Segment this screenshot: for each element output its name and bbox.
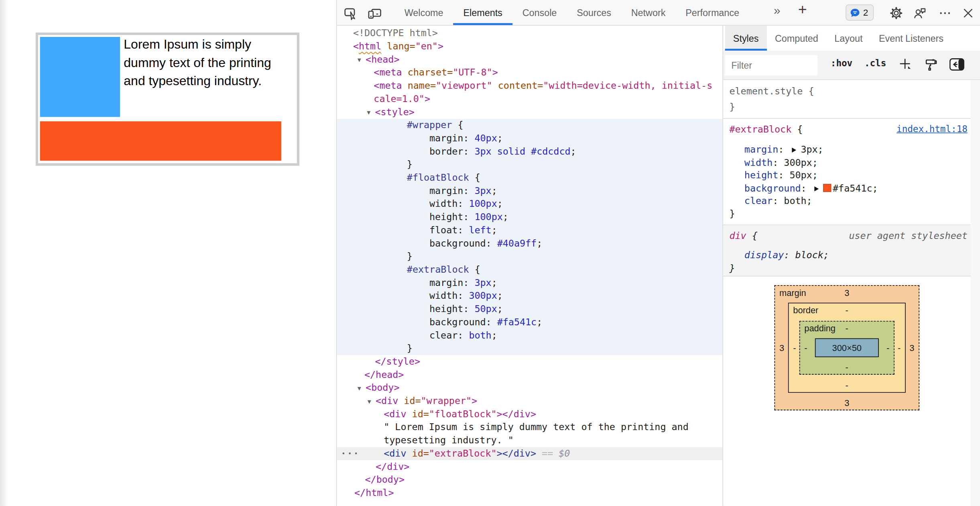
rendering-brush-icon[interactable] bbox=[924, 57, 938, 71]
css-property-row[interactable]: margin: 3px; bbox=[729, 143, 971, 156]
code-line[interactable]: typesetting industry. " bbox=[337, 434, 722, 447]
node-menu-dots-icon[interactable]: ··· bbox=[341, 447, 360, 461]
code-token: <style> bbox=[375, 106, 414, 118]
user-agent-rule-section[interactable]: user agent stylesheet div { display: blo… bbox=[723, 225, 971, 277]
code-line[interactable]: " Lorem Ipsum is simply dummy text of th… bbox=[337, 421, 722, 434]
code-token: ; bbox=[497, 133, 503, 144]
code-line[interactable]: height: 100px; bbox=[337, 211, 722, 224]
code-line[interactable]: ▼<head> bbox=[337, 53, 722, 66]
new-style-rule-icon[interactable] bbox=[897, 56, 913, 72]
expand-arrow-icon[interactable]: ▼ bbox=[368, 395, 376, 408]
code-line[interactable]: background: #40a9ff; bbox=[337, 237, 722, 250]
send-feedback-person-icon[interactable] bbox=[912, 5, 928, 21]
tab-network[interactable]: Network bbox=[621, 0, 676, 25]
tab-welcome[interactable]: Welcome bbox=[394, 0, 453, 25]
box-model-content[interactable]: 300×50 bbox=[815, 339, 879, 357]
code-line[interactable]: ▼<style> bbox=[337, 106, 722, 119]
code-line[interactable]: <div id="floatBlock"></div> bbox=[337, 408, 722, 421]
more-tabs-icon[interactable]: » bbox=[774, 4, 780, 17]
tab-performance[interactable]: Performance bbox=[675, 0, 749, 25]
code-line[interactable]: </style> bbox=[337, 355, 722, 369]
code-line[interactable]: </body> bbox=[337, 473, 722, 487]
device-toolbar-icon[interactable] bbox=[366, 5, 382, 21]
page-extra-block bbox=[40, 121, 281, 161]
box-model-margin[interactable]: margin 3 3 3 3 border - - - - padding bbox=[775, 285, 919, 410]
styles-sidebar: Styles Computed Layout Event Listeners :… bbox=[722, 26, 980, 506]
code-line[interactable]: } bbox=[337, 250, 722, 263]
code-line[interactable]: } bbox=[337, 158, 722, 171]
page-lorem-text: Lorem Ipsum is simply dummy text of the … bbox=[124, 35, 290, 89]
code-line[interactable]: margin: 3px; bbox=[337, 184, 722, 198]
expand-arrow-icon[interactable]: ▼ bbox=[358, 382, 366, 395]
stylesheet-link[interactable]: index.html:18 bbox=[897, 124, 968, 134]
code-line[interactable]: background: #fa541c; bbox=[337, 316, 722, 329]
feedback-badge[interactable]: 2 bbox=[846, 4, 874, 20]
close-devtools-icon[interactable] bbox=[960, 5, 976, 21]
code-token: typesetting industry. " bbox=[384, 435, 514, 446]
tab-sources[interactable]: Sources bbox=[567, 0, 621, 25]
code-line[interactable]: float: left; bbox=[337, 224, 722, 237]
element-class-toggle[interactable]: .cls bbox=[864, 58, 886, 68]
tab-elements[interactable]: Elements bbox=[453, 0, 512, 25]
code-line[interactable]: ···<div id="extraBlock"></div> == $0 bbox=[337, 447, 722, 461]
code-token: { bbox=[469, 264, 480, 275]
css-property-row[interactable]: height: 50px; bbox=[729, 169, 971, 182]
code-line[interactable]: width: 300px; bbox=[337, 290, 722, 303]
code-line[interactable]: } bbox=[337, 342, 722, 355]
color-swatch[interactable] bbox=[823, 184, 832, 192]
code-line[interactable]: #floatBlock { bbox=[337, 171, 722, 185]
css-property-row[interactable]: clear: both; bbox=[729, 194, 971, 207]
css-property-row[interactable]: width: 300px; bbox=[729, 156, 971, 169]
expand-longhand-icon[interactable] bbox=[792, 148, 797, 153]
code-token: > bbox=[472, 395, 477, 406]
inspect-element-icon[interactable] bbox=[342, 5, 358, 21]
settings-gear-icon[interactable] bbox=[888, 5, 904, 21]
elements-dom-tree[interactable]: <!DOCTYPE html><html lang="en">▼<head><m… bbox=[337, 26, 722, 506]
code-line[interactable]: height: 50px; bbox=[337, 303, 722, 316]
more-options-icon[interactable] bbox=[937, 5, 953, 21]
code-line[interactable]: ▼<div id="wrapper"> bbox=[337, 395, 722, 408]
code-line[interactable]: #extraBlock { bbox=[337, 263, 722, 277]
code-line[interactable]: cale=1.0"> bbox=[337, 92, 722, 106]
code-line[interactable]: <!DOCTYPE html> bbox=[337, 27, 722, 40]
expand-arrow-icon[interactable]: ▼ bbox=[358, 53, 366, 66]
box-model-padding[interactable]: padding - - - - 300×50 bbox=[799, 321, 895, 375]
code-line[interactable]: </head> bbox=[337, 368, 722, 382]
code-line[interactable]: margin: 40px; bbox=[337, 132, 722, 145]
code-line[interactable]: margin: 3px; bbox=[337, 276, 722, 290]
code-line[interactable]: <meta name="viewport" content="width=dev… bbox=[337, 80, 722, 93]
code-token: 3px bbox=[474, 277, 491, 288]
tab-layout[interactable]: Layout bbox=[826, 26, 871, 51]
styles-filter-input[interactable] bbox=[725, 55, 817, 75]
rule-selector: div bbox=[729, 230, 746, 241]
tab-event-listeners[interactable]: Event Listeners bbox=[871, 26, 952, 51]
expand-arrow-icon[interactable]: ▼ bbox=[367, 106, 375, 119]
code-token: ; bbox=[497, 303, 503, 314]
code-token: <div bbox=[384, 448, 406, 459]
code-line[interactable]: clear: both; bbox=[337, 329, 722, 342]
css-property-row[interactable]: display: block; bbox=[729, 249, 971, 262]
styles-scrollbar-track[interactable] bbox=[971, 80, 980, 506]
code-line[interactable]: width: 100px; bbox=[337, 198, 722, 211]
code-line[interactable]: <html lang="en"> bbox=[337, 40, 722, 53]
toggle-sidebar-icon[interactable] bbox=[950, 58, 964, 71]
css-property-row[interactable]: background: #fa541c; bbox=[729, 182, 971, 194]
code-line[interactable]: border: 3px solid #cdcdcd; bbox=[337, 145, 722, 158]
code-line[interactable]: </html> bbox=[337, 487, 722, 500]
code-line[interactable]: </div> bbox=[337, 460, 722, 473]
code-line[interactable]: <meta charset="UTF-8"> bbox=[337, 66, 722, 80]
box-model-diagram[interactable]: margin 3 3 3 3 border - - - - padding bbox=[775, 285, 919, 410]
pseudo-state-toggle[interactable]: :hov bbox=[831, 58, 852, 68]
code-line[interactable]: ▼<body> bbox=[337, 382, 722, 395]
tab-console[interactable]: Console bbox=[512, 0, 567, 25]
element-style-section[interactable]: element.style { } bbox=[723, 80, 971, 119]
expand-longhand-icon[interactable] bbox=[815, 186, 819, 191]
code-token: "viewport" bbox=[436, 80, 492, 91]
new-tab-icon[interactable]: + bbox=[798, 1, 807, 18]
tab-computed[interactable]: Computed bbox=[767, 26, 826, 51]
code-line[interactable]: #wrapper { bbox=[337, 119, 722, 132]
extrablock-rule-section[interactable]: index.html:18 #extraBlock { margin: 3px;… bbox=[723, 119, 971, 225]
tab-styles[interactable]: Styles bbox=[725, 26, 767, 51]
code-token: left bbox=[469, 224, 491, 236]
box-model-border[interactable]: border - - - - padding - - - - bbox=[788, 303, 906, 393]
